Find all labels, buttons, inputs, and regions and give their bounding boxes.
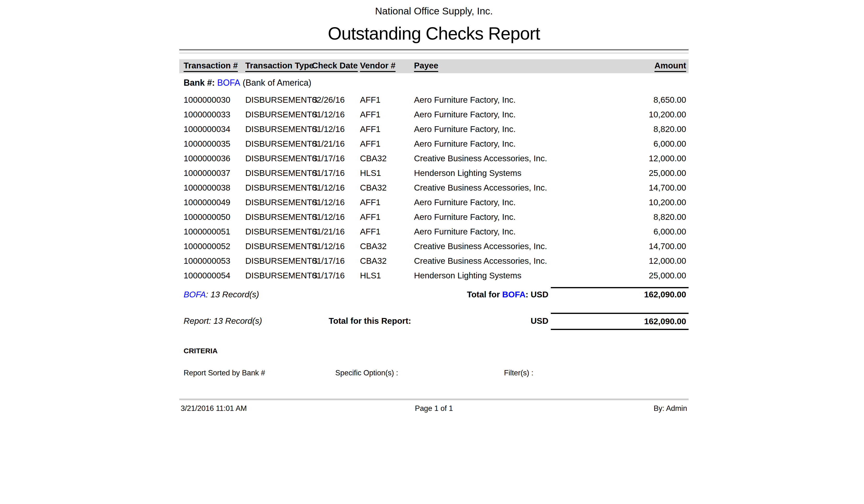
cell-vendor: AFF1 xyxy=(360,124,414,134)
table-row: 1000000033 DISBURSEMENTS 01/12/16 AFF1 A… xyxy=(179,107,688,122)
cell-date: 01/21/16 xyxy=(312,227,360,237)
cell-amount: 8,820.00 xyxy=(549,124,686,134)
bank-number-label: Bank #: xyxy=(184,78,215,87)
cell-payee: Henderson Lighting Systems xyxy=(414,168,549,178)
cell-payee: Creative Business Accessories, Inc. xyxy=(414,256,549,266)
cell-amount: 14,700.00 xyxy=(549,241,686,251)
table-row: 1000000035 DISBURSEMENTS 01/21/16 AFF1 A… xyxy=(179,136,688,151)
table-header-row: Transaction # Transaction Type Check Dat… xyxy=(179,59,688,73)
cell-vendor: CBA32 xyxy=(360,154,414,163)
table-row: 1000000051 DISBURSEMENTS 01/21/16 AFF1 A… xyxy=(179,224,688,239)
cell-type: DISBURSEMENTS xyxy=(245,110,312,119)
cell-payee: Aero Furniture Factory, Inc. xyxy=(414,110,549,119)
cell-amount: 12,000.00 xyxy=(549,154,686,163)
cell-transaction: 1000000052 xyxy=(184,241,245,251)
cell-payee: Aero Furniture Factory, Inc. xyxy=(414,227,549,237)
cell-date: 01/12/16 xyxy=(312,197,360,207)
cell-transaction: 1000000030 xyxy=(184,95,245,105)
footer-generated-by: By: Admin xyxy=(653,404,687,413)
bank-name: (Bank of America) xyxy=(243,78,311,87)
group-record-count: BOFA: 13 Record(s) xyxy=(184,290,259,299)
cell-amount: 10,200.00 xyxy=(549,197,686,207)
bank-group-header: Bank #:BOFA(Bank of America) xyxy=(179,77,688,88)
cell-type: DISBURSEMENTS xyxy=(245,168,312,178)
cell-vendor: AFF1 xyxy=(360,95,414,105)
report-record-count: Report: 13 Record(s) xyxy=(184,316,262,326)
criteria-filters: Filter(s) : xyxy=(504,369,533,377)
footer-divider xyxy=(179,399,688,400)
cell-date: 01/17/16 xyxy=(312,154,360,163)
cell-type: DISBURSEMENTS xyxy=(245,212,312,222)
cell-type: DISBURSEMENTS xyxy=(245,271,312,280)
cell-amount: 25,000.00 xyxy=(549,271,686,280)
cell-transaction: 1000000051 xyxy=(184,227,245,237)
cell-date: 01/12/16 xyxy=(312,183,360,192)
cell-transaction: 1000000054 xyxy=(184,271,245,280)
cell-amount: 10,200.00 xyxy=(549,110,686,119)
company-name: National Office Supply, Inc. xyxy=(179,5,688,17)
table-row: 1000000054 DISBURSEMENTS 01/17/16 HLS1 H… xyxy=(179,268,688,283)
cell-vendor: AFF1 xyxy=(360,197,414,207)
cell-vendor: AFF1 xyxy=(360,139,414,148)
cell-type: DISBURSEMENTS xyxy=(245,154,312,163)
table-row: 1000000052 DISBURSEMENTS 01/12/16 CBA32 … xyxy=(179,239,688,253)
cell-payee: Aero Furniture Factory, Inc. xyxy=(414,139,549,148)
cell-vendor: HLS1 xyxy=(360,168,414,178)
cell-transaction: 1000000034 xyxy=(184,124,245,134)
cell-payee: Creative Business Accessories, Inc. xyxy=(414,154,549,163)
cell-amount: 8,650.00 xyxy=(549,95,686,105)
table-row: 1000000036 DISBURSEMENTS 01/17/16 CBA32 … xyxy=(179,151,688,166)
report-total-amount: 162,090.00 xyxy=(551,313,688,330)
table-row: 1000000030 DISBURSEMENTS 02/26/16 AFF1 A… xyxy=(179,93,688,107)
report-title: Outstanding Checks Report xyxy=(179,23,688,44)
cell-date: 01/17/16 xyxy=(312,271,360,280)
group-total-amount: 162,090.00 xyxy=(551,287,688,299)
column-header-amount: Amount xyxy=(549,61,686,72)
table-row: 1000000049 DISBURSEMENTS 01/12/16 AFF1 A… xyxy=(179,195,688,209)
bank-group-total-row: BOFA: 13 Record(s) Total for BOFA: USD 1… xyxy=(179,283,688,303)
cell-type: DISBURSEMENTS xyxy=(245,256,312,266)
criteria-heading: CRITERIA xyxy=(179,347,688,355)
table-row: 1000000037 DISBURSEMENTS 01/17/16 HLS1 H… xyxy=(179,166,688,180)
cell-amount: 14,700.00 xyxy=(549,183,686,192)
page-footer: 3/21/2016 11:01 AM Page 1 of 1 By: Admin xyxy=(179,404,688,413)
table-row: 1000000053 DISBURSEMENTS 01/17/16 CBA32 … xyxy=(179,253,688,268)
cell-amount: 8,820.00 xyxy=(549,212,686,222)
column-header-transaction: Transaction # xyxy=(184,61,245,72)
cell-date: 01/12/16 xyxy=(312,241,360,251)
column-header-vendor: Vendor # xyxy=(360,61,414,72)
bank-code-link[interactable]: BOFA xyxy=(217,78,240,87)
report-total-row: Report: 13 Record(s) Total for this Repo… xyxy=(179,313,688,330)
cell-vendor: CBA32 xyxy=(360,183,414,192)
cell-transaction: 1000000049 xyxy=(184,197,245,207)
title-divider-light xyxy=(179,52,688,53)
table-rows: 1000000030 DISBURSEMENTS 02/26/16 AFF1 A… xyxy=(179,93,688,283)
cell-vendor: CBA32 xyxy=(360,241,414,251)
title-divider-dark xyxy=(179,49,688,50)
criteria-row: Report Sorted by Bank # Specific Option(… xyxy=(179,369,688,378)
criteria-specific-options: Specific Option(s) : xyxy=(335,369,398,377)
cell-vendor: AFF1 xyxy=(360,110,414,119)
cell-type: DISBURSEMENTS xyxy=(245,227,312,237)
table-row: 1000000038 DISBURSEMENTS 01/12/16 CBA32 … xyxy=(179,180,688,195)
group-total-bank-link[interactable]: BOFA xyxy=(502,290,525,299)
cell-payee: Aero Furniture Factory, Inc. xyxy=(414,124,549,134)
report-total-currency: USD xyxy=(531,316,549,326)
cell-transaction: 1000000037 xyxy=(184,168,245,178)
cell-date: 01/17/16 xyxy=(312,168,360,178)
cell-transaction: 1000000033 xyxy=(184,110,245,119)
cell-date: 01/12/16 xyxy=(312,110,360,119)
group-record-bank-link[interactable]: BOFA xyxy=(184,290,206,299)
cell-transaction: 1000000050 xyxy=(184,212,245,222)
cell-transaction: 1000000035 xyxy=(184,139,245,148)
report-page: National Office Supply, Inc. Outstanding… xyxy=(179,0,688,413)
cell-date: 02/26/16 xyxy=(312,95,360,105)
cell-payee: Creative Business Accessories, Inc. xyxy=(414,183,549,192)
cell-amount: 6,000.00 xyxy=(549,227,686,237)
cell-amount: 6,000.00 xyxy=(549,139,686,148)
table-row: 1000000034 DISBURSEMENTS 01/12/16 AFF1 A… xyxy=(179,122,688,136)
cell-date: 01/21/16 xyxy=(312,139,360,148)
cell-payee: Aero Furniture Factory, Inc. xyxy=(414,95,549,105)
cell-date: 01/12/16 xyxy=(312,124,360,134)
cell-transaction: 1000000038 xyxy=(184,183,245,192)
